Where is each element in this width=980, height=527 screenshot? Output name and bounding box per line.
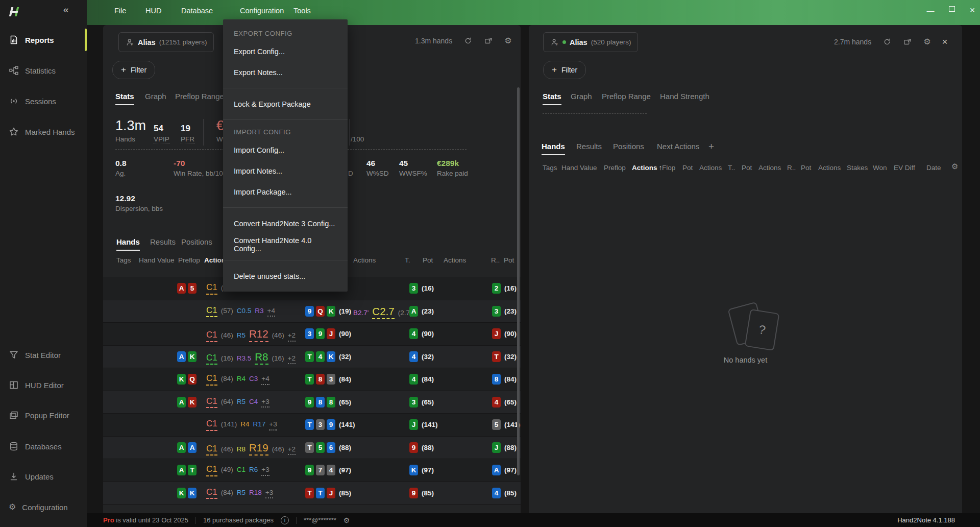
stat-vpip[interactable]: 54VPIP bbox=[154, 118, 169, 144]
column-header-t[interactable]: T. bbox=[405, 256, 410, 264]
sidebar-item-databases[interactable]: Databases bbox=[0, 434, 87, 459]
sidebar-item-reports[interactable]: Reports bbox=[0, 28, 87, 52]
column-header-pot[interactable]: Pot bbox=[504, 256, 514, 264]
column-header-pot[interactable]: Pot bbox=[423, 256, 433, 264]
alias-selector[interactable]: # Alias (12151 players) bbox=[118, 32, 214, 52]
table-tab-hands[interactable]: Hands bbox=[116, 237, 140, 251]
column-header-r[interactable]: R.. bbox=[491, 256, 500, 264]
menu-item-export-notes[interactable]: Export Notes... bbox=[223, 62, 348, 83]
gear-icon[interactable]: ⚙ bbox=[923, 38, 930, 46]
add-tab-icon[interactable]: + bbox=[708, 141, 714, 152]
table-tab-positions[interactable]: Positions bbox=[181, 237, 212, 250]
table-row[interactable]: KQC1(84)R4C3+4T83(84)4(84)8(84) bbox=[103, 368, 521, 391]
sidebar-item-statistics[interactable]: Statistics bbox=[0, 58, 87, 83]
maximize-button[interactable] bbox=[945, 4, 959, 13]
column-header-t[interactable]: T.. bbox=[728, 164, 735, 172]
table-row[interactable]: AKC1(16)R3.5R8(16)+2T4K(32)4(32)T(32) bbox=[103, 346, 521, 369]
pot-value: (90) bbox=[422, 330, 434, 338]
table-tab-hands[interactable]: Hands bbox=[542, 142, 565, 155]
column-header-r[interactable]: R.. bbox=[787, 164, 796, 172]
info-icon[interactable]: i bbox=[281, 516, 289, 524]
sidebar-item-stat-editor[interactable]: Stat Editor bbox=[0, 343, 87, 367]
menubar-item-tools[interactable]: Tools bbox=[293, 7, 311, 15]
menu-item-import-notes[interactable]: Import Notes... bbox=[223, 160, 348, 181]
card-3c: 3 bbox=[409, 283, 418, 294]
close-panel-icon[interactable]: × bbox=[942, 36, 948, 47]
account-gear-icon[interactable]: ⚙ bbox=[344, 517, 350, 524]
column-header-actions[interactable]: Actions bbox=[353, 256, 376, 264]
close-button[interactable]: × bbox=[966, 5, 979, 16]
sidebar-item-sessions[interactable]: Sessions bbox=[0, 89, 87, 113]
sidebar-item-configuration[interactable]: ⚙Configuration bbox=[0, 495, 87, 519]
gear-icon[interactable]: ⚙ bbox=[504, 37, 511, 45]
popout-icon[interactable] bbox=[903, 37, 912, 46]
column-header-hand-value[interactable]: Hand Value bbox=[139, 256, 175, 264]
menubar-item-configuration[interactable]: Configuration bbox=[240, 7, 284, 15]
column-header-tags[interactable]: Tags bbox=[543, 164, 557, 172]
table-row[interactable]: C1(141)R4R17+3T39(141)J(141)5(141) bbox=[103, 414, 521, 437]
column-header-date[interactable]: Date bbox=[926, 164, 941, 172]
table-row[interactable]: ATC1(49)C1R6+3974(97)K(97)A(97) bbox=[103, 459, 521, 482]
column-header-ev-diff[interactable]: EV Diff bbox=[894, 164, 915, 172]
column-header-actions[interactable]: Actions bbox=[444, 256, 466, 264]
refresh-icon[interactable] bbox=[463, 36, 473, 45]
table-row[interactable]: AKC1(64)R5C4+3988(65)3(65)4(65) bbox=[103, 391, 521, 414]
river-card: A(97) bbox=[492, 459, 517, 482]
stat-d[interactable]: D bbox=[348, 158, 353, 178]
table-tab-results[interactable]: Results bbox=[576, 142, 602, 154]
menu-item-convert-hand2note-3-config[interactable]: Convert Hand2Note 3 Config... bbox=[223, 213, 348, 234]
filter-button[interactable]: + Filter bbox=[543, 61, 586, 79]
sidebar-item-marked-hands[interactable]: Marked Hands bbox=[0, 119, 87, 144]
filter-button[interactable]: + Filter bbox=[112, 61, 155, 79]
menu-item-import-package[interactable]: Import Package... bbox=[223, 181, 348, 202]
menu-item-convert-hand2note-4-0-config[interactable]: Convert Hand2Note 4.0 Config... bbox=[223, 234, 348, 255]
column-header-actions[interactable]: Actions bbox=[758, 164, 781, 172]
column-header-actions[interactable]: Actions↑ bbox=[632, 164, 662, 172]
column-header-pot[interactable]: Pot bbox=[742, 164, 752, 172]
column-header-pot[interactable]: Pot bbox=[801, 164, 811, 172]
sidebar-item-updates[interactable]: Updates bbox=[0, 464, 87, 489]
refresh-icon[interactable] bbox=[883, 37, 892, 46]
sidebar-item-hud-editor[interactable]: HUD Editor bbox=[0, 373, 87, 397]
tab-hand-strength[interactable]: Hand Strength bbox=[660, 92, 709, 104]
tab-stats[interactable]: Stats bbox=[543, 92, 561, 105]
alias-selector[interactable]: # Alias (520 players) bbox=[543, 32, 638, 52]
column-header-stakes[interactable]: Stakes bbox=[847, 164, 868, 172]
scrollbar[interactable] bbox=[517, 87, 520, 475]
table-tab-positions[interactable]: Positions bbox=[613, 142, 644, 154]
sidebar-item-popup-editor[interactable]: Popup Editor bbox=[0, 403, 87, 427]
tab-stats[interactable]: Stats bbox=[115, 92, 134, 105]
tab-graph[interactable]: Graph bbox=[571, 92, 592, 104]
collapse-sidebar-button[interactable]: « bbox=[63, 4, 69, 15]
table-tab-results[interactable]: Results bbox=[150, 237, 176, 250]
column-header-actions[interactable]: Actions bbox=[818, 164, 841, 172]
tab-preflop-range[interactable]: Preflop Range bbox=[175, 92, 224, 104]
tab-graph[interactable]: Graph bbox=[145, 92, 166, 104]
column-header-flop[interactable]: Flop bbox=[662, 164, 675, 172]
menu-item-import-config[interactable]: Import Config... bbox=[223, 139, 348, 160]
menu-item-export-config[interactable]: Export Config... bbox=[223, 41, 348, 62]
table-row[interactable]: AAC1(46)R8R19(46)+2T56(88)9(88)J(88) bbox=[103, 437, 521, 460]
table-tab-next-actions[interactable]: Next Actions bbox=[657, 142, 699, 154]
menu-item-delete-unused-stats[interactable]: Delete unused stats... bbox=[223, 266, 348, 286]
action-token: +3 bbox=[261, 466, 269, 476]
column-header-hand-value[interactable]: Hand Value bbox=[561, 164, 597, 172]
columns-gear-icon[interactable]: ⚙ bbox=[951, 162, 958, 171]
column-header-pot[interactable]: Pot bbox=[682, 164, 693, 172]
menu-item-lock-export-package[interactable]: Lock & Export Package bbox=[223, 93, 348, 114]
popout-icon[interactable] bbox=[484, 36, 493, 45]
column-header-tags[interactable]: Tags bbox=[116, 256, 131, 264]
menubar-item-file[interactable]: File bbox=[114, 7, 126, 15]
stat-pfr[interactable]: 19PFR bbox=[181, 118, 194, 144]
menubar-item-database[interactable]: Database bbox=[181, 7, 213, 15]
menubar-item-hud[interactable]: HUD bbox=[145, 7, 161, 15]
tab-preflop-range[interactable]: Preflop Range bbox=[602, 92, 651, 104]
table-row[interactable]: C1(46)R5R12(46)+239J(90)4(90)J(90) bbox=[103, 323, 521, 346]
column-header-preflop[interactable]: Preflop bbox=[178, 256, 200, 264]
table-row[interactable]: KKC1(84)R5R18+3TTJ(85)9(85)4(85) bbox=[103, 482, 521, 505]
column-header-preflop[interactable]: Preflop bbox=[604, 164, 626, 172]
column-header-won[interactable]: Won bbox=[873, 164, 887, 172]
column-header-actions[interactable]: Actions bbox=[699, 164, 722, 172]
minimize-button[interactable]: — bbox=[924, 6, 937, 15]
table-row[interactable]: C1(57)C0.5R3+49QK(19)B2.7'C2.7(2.7)A(23)… bbox=[103, 300, 521, 323]
